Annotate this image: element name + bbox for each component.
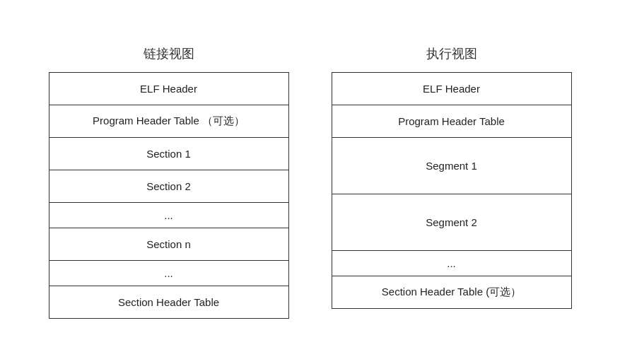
section2-cell: Section 2 [49, 170, 288, 203]
table-row: Section 2 [49, 170, 288, 203]
table-row: ELF Header [332, 73, 571, 105]
section-header-table-cell-r: Section Header Table (可选） [332, 276, 571, 309]
table-row: Segment 1 [332, 138, 571, 194]
table-row: ELF Header [49, 73, 288, 105]
program-header-table-cell-r: Program Header Table [332, 105, 571, 138]
section1-cell: Section 1 [49, 138, 288, 170]
dots-cell-2: ... [49, 261, 288, 286]
exec-view-table: ELF Header Program Header Table Segment … [332, 72, 572, 309]
main-container: 链接视图 ELF Header Program Header Table （可选… [35, 31, 586, 333]
program-header-table-cell: Program Header Table （可选） [49, 105, 288, 138]
table-row: ... [332, 251, 571, 276]
section-header-table-cell: Section Header Table [49, 286, 288, 319]
table-row: Section 1 [49, 138, 288, 170]
table-row: Program Header Table [332, 105, 571, 138]
table-row: Section Header Table (可选） [332, 276, 571, 309]
table-row: Section Header Table [49, 286, 288, 319]
table-row: ... [49, 203, 288, 228]
segment2-cell: Segment 2 [332, 194, 571, 251]
exec-view-title: 执行视图 [426, 45, 477, 62]
elf-header-cell-r: ELF Header [332, 73, 571, 105]
dots-cell-1: ... [49, 203, 288, 228]
sectionn-cell: Section n [49, 228, 288, 261]
table-row: Segment 2 [332, 194, 571, 251]
elf-header-cell: ELF Header [49, 73, 288, 105]
table-row: Program Header Table （可选） [49, 105, 288, 138]
link-view: 链接视图 ELF Header Program Header Table （可选… [49, 45, 289, 319]
dots-cell-r: ... [332, 251, 571, 276]
exec-view: 执行视图 ELF Header Program Header Table Seg… [332, 45, 572, 309]
link-view-title: 链接视图 [144, 45, 194, 62]
segment1-cell: Segment 1 [332, 138, 571, 194]
link-view-table: ELF Header Program Header Table （可选） Sec… [49, 72, 289, 319]
table-row: ... [49, 261, 288, 286]
table-row: Section n [49, 228, 288, 261]
